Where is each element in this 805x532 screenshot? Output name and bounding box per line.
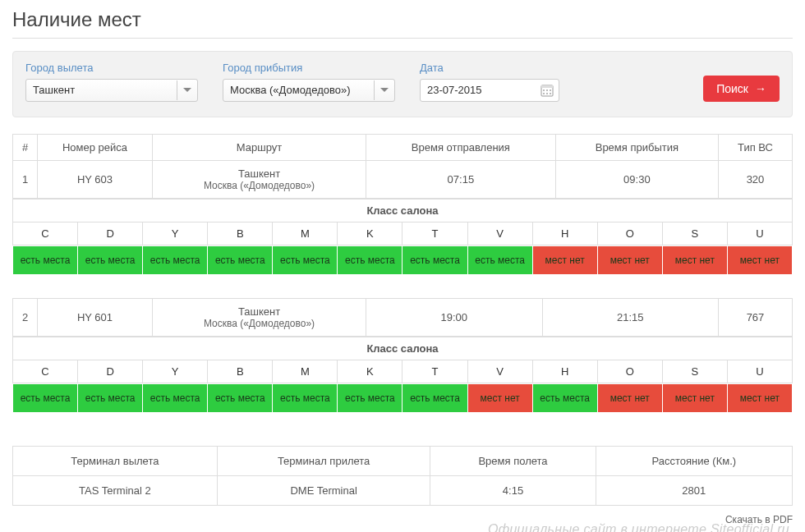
availability-cell: мест нет (597, 246, 662, 275)
departure-city-label: Город вылета (25, 62, 198, 74)
cell-route: Ташкент Москва («Домодедово») (153, 299, 366, 337)
availability-row: есть местаесть местаесть местаесть места… (12, 383, 793, 413)
availability-cell: есть места (402, 384, 467, 413)
cell-num: 2 (13, 299, 38, 337)
table-row: 2 HY 601 Ташкент Москва («Домодедово») 1… (13, 299, 793, 337)
class-code-cell: D (78, 222, 143, 245)
date-value: 23-07-2015 (427, 84, 482, 96)
cell-route: Ташкент Москва («Домодедово») (153, 161, 366, 199)
class-code-cell: S (662, 222, 727, 245)
class-codes-row: CDYBMKTVHOSU (12, 360, 793, 383)
availability-cell: есть места (208, 246, 273, 275)
class-code-cell: C (13, 222, 78, 245)
flights-table: 2 HY 601 Ташкент Москва («Домодедово») 1… (12, 298, 793, 337)
availability-cell: есть места (13, 384, 78, 413)
class-code-cell: V (467, 360, 532, 383)
chevron-down-icon (374, 80, 393, 100)
availability-cell: есть места (13, 246, 78, 275)
svg-rect-6 (546, 93, 548, 94)
col-route: Маршрут (153, 135, 366, 161)
cell-dep-time: 07:15 (366, 161, 556, 199)
table-row: 1 HY 603 Ташкент Москва («Домодедово») 0… (13, 161, 793, 199)
availability-row: есть местаесть местаесть местаесть места… (12, 245, 793, 275)
date-input[interactable]: 23-07-2015 (420, 79, 559, 102)
cell-num: 1 (13, 161, 38, 199)
availability-cell: мест нет (662, 384, 727, 413)
arrival-city-select[interactable]: Москва («Домодедово») (223, 79, 395, 102)
flights-table: # Номер рейса Маршрут Время отправления … (12, 134, 793, 199)
flight-time-value: 4:15 (430, 476, 596, 506)
class-code-cell: K (338, 360, 402, 383)
class-code-cell: M (273, 360, 338, 383)
class-code-cell: D (78, 360, 143, 383)
class-code-cell: S (662, 360, 727, 383)
availability-cell: есть места (143, 246, 208, 275)
availability-cell: мест нет (662, 246, 727, 275)
availability-cell: есть места (338, 246, 402, 275)
arr-terminal-value: DME Terminal (217, 476, 430, 506)
cell-flight: HY 601 (38, 299, 153, 337)
class-code-cell: Y (143, 222, 208, 245)
cell-aircraft: 320 (719, 161, 793, 199)
class-code-cell: B (208, 360, 273, 383)
svg-rect-1 (541, 85, 553, 88)
availability-cell: мест нет (597, 384, 662, 413)
arr-terminal-label: Терминал прилета (217, 447, 430, 476)
svg-rect-5 (543, 93, 545, 94)
cell-flight: HY 603 (38, 161, 153, 199)
availability-cell: мест нет (727, 384, 792, 413)
availability-cell: мест нет (467, 384, 532, 413)
page-title: Наличие мест (12, 8, 793, 31)
availability-cell: мест нет (532, 246, 597, 275)
search-button-label: Поиск (716, 82, 748, 95)
availability-cell: есть места (402, 246, 467, 275)
class-code-cell: U (727, 222, 792, 245)
divider (12, 38, 793, 39)
class-code-cell: O (597, 360, 662, 383)
distance-label: Расстояние (Км.) (596, 447, 792, 476)
arrow-right-icon: → (755, 82, 766, 95)
route-to: Москва («Домодедово») (158, 318, 361, 329)
col-num: # (13, 135, 38, 161)
search-button[interactable]: Поиск → (703, 76, 780, 102)
availability-cell: есть места (208, 384, 273, 413)
class-code-cell: H (532, 360, 597, 383)
class-code-cell: B (208, 222, 273, 245)
class-code-cell: C (13, 360, 78, 383)
class-code-cell: V (467, 222, 532, 245)
class-code-cell: H (532, 222, 597, 245)
arrival-city-value: Москва («Домодедово») (230, 84, 351, 96)
flight-time-label: Время полета (430, 447, 596, 476)
class-code-cell: Y (143, 360, 208, 383)
col-aircraft: Тип ВС (719, 135, 793, 161)
departure-city-select[interactable]: Ташкент (25, 79, 198, 102)
arrival-city-label: Город прибытия (223, 62, 395, 74)
chevron-down-icon (177, 80, 196, 100)
class-code-cell: K (338, 222, 402, 245)
col-flight: Номер рейса (38, 135, 153, 161)
class-code-cell: U (727, 360, 792, 383)
col-arr-time: Время прибытия (555, 135, 718, 161)
route-from: Ташкент (158, 167, 361, 180)
class-code-cell: O (597, 222, 662, 245)
watermark-text: Официальные сайт в интернете Siteofficia… (12, 522, 793, 532)
svg-rect-4 (550, 89, 551, 91)
cabin-class-header: Класс салона (12, 199, 793, 222)
dep-terminal-label: Терминал вылета (13, 447, 218, 476)
flight-info-table: Терминал вылета Терминал прилета Время п… (12, 446, 793, 506)
availability-cell: мест нет (727, 246, 792, 275)
cell-arr-time: 09:30 (555, 161, 718, 199)
date-label: Дата (420, 62, 559, 74)
cabin-class-header: Класс салона (12, 337, 793, 360)
departure-city-value: Ташкент (33, 84, 75, 96)
availability-cell: есть места (273, 384, 338, 413)
search-panel: Город вылета Ташкент Город прибытия Моск… (12, 51, 793, 117)
class-code-cell: T (402, 360, 467, 383)
cell-aircraft: 767 (719, 299, 793, 337)
class-code-cell: M (273, 222, 338, 245)
svg-rect-3 (546, 89, 548, 91)
availability-cell: есть места (467, 246, 532, 275)
col-dep-time: Время отправления (366, 135, 556, 161)
svg-rect-2 (543, 89, 545, 91)
distance-value: 2801 (596, 476, 792, 506)
